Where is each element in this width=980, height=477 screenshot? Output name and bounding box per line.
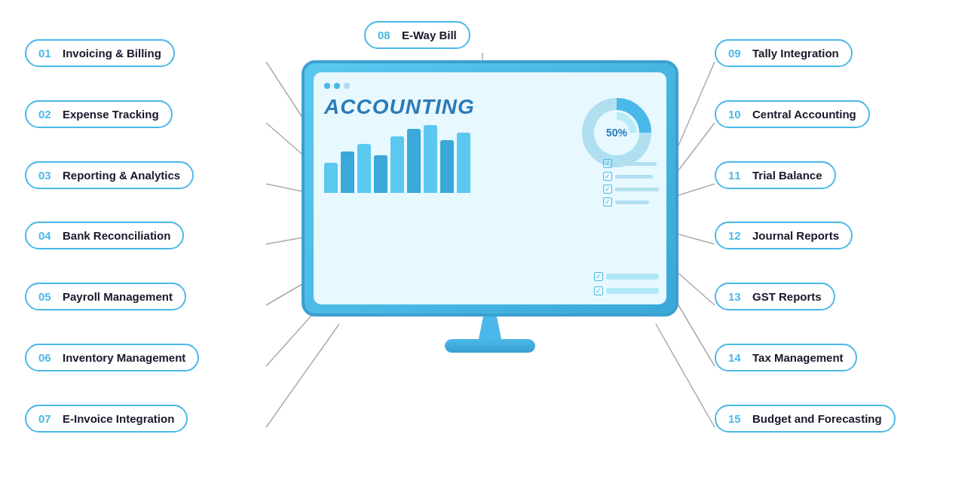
monitor-screen-body: ACCOUNTING 50%	[302, 60, 678, 316]
feature-num-10: 10	[728, 108, 745, 121]
feature-box-12: 12 Journal Reports	[715, 222, 853, 249]
check-line-b1	[606, 274, 659, 280]
bar	[341, 151, 354, 193]
check-item-4: ✓	[603, 197, 659, 206]
check-item-2: ✓	[603, 172, 659, 181]
check-item-1: ✓	[603, 159, 659, 168]
monitor-base	[445, 339, 535, 353]
bar	[324, 163, 338, 193]
check-line-2	[615, 175, 653, 179]
feature-num-04: 04	[38, 229, 55, 242]
dot-2	[334, 83, 340, 89]
monitor-stand	[479, 316, 501, 339]
feature-num-08: 08	[378, 29, 394, 41]
monitor-screen-inner: ACCOUNTING 50%	[314, 72, 666, 304]
feature-label-11: Trial Balance	[752, 169, 822, 182]
bar	[407, 129, 421, 193]
feature-num-07: 07	[38, 412, 55, 425]
feature-label-13: GST Reports	[752, 290, 822, 303]
feature-box-02: 02 Expense Tracking	[25, 100, 173, 128]
check-box-3: ✓	[603, 185, 612, 194]
feature-label-12: Journal Reports	[752, 229, 839, 242]
feature-label-09: Tally Integration	[752, 47, 839, 60]
feature-num-05: 05	[38, 290, 55, 303]
feature-num-02: 02	[38, 108, 55, 121]
feature-box-15: 15 Budget and Forecasting	[715, 405, 896, 433]
check-line-b2	[606, 288, 659, 294]
feature-num-06: 06	[38, 351, 55, 364]
feature-box-14: 14 Tax Management	[715, 344, 857, 372]
feature-num-01: 01	[38, 47, 55, 60]
feature-label-10: Central Accounting	[752, 108, 856, 121]
diagram-container: 01 Invoicing & Billing 02 Expense Tracki…	[0, 0, 980, 477]
feature-box-08: 08 E-Way Bill	[364, 21, 470, 49]
bar	[357, 144, 371, 193]
check-item-b1: ✓	[594, 272, 659, 281]
bar	[457, 133, 470, 193]
feature-num-03: 03	[38, 169, 55, 182]
feature-box-13: 13 GST Reports	[715, 283, 835, 310]
screen-dots	[324, 83, 656, 89]
feature-label-01: Invoicing & Billing	[63, 47, 161, 60]
feature-label-07: E-Invoice Integration	[63, 412, 174, 425]
feature-label-08: E-Way Bill	[402, 29, 457, 41]
feature-box-11: 11 Trial Balance	[715, 161, 836, 189]
check-item-b2: ✓	[594, 286, 659, 295]
bar	[374, 155, 387, 193]
check-box-4: ✓	[603, 197, 612, 206]
feature-box-04: 04 Bank Reconciliation	[25, 222, 184, 249]
feature-num-13: 13	[728, 290, 745, 303]
feature-num-12: 12	[728, 229, 745, 242]
checklist-bottom: ✓ ✓	[594, 272, 659, 295]
dot-3	[344, 83, 350, 89]
feature-box-06: 06 Inventory Management	[25, 344, 199, 372]
feature-num-15: 15	[728, 412, 745, 425]
feature-label-02: Expense Tracking	[63, 108, 159, 121]
check-line-4	[615, 200, 649, 204]
feature-box-05: 05 Payroll Management	[25, 283, 186, 310]
check-box-b1: ✓	[594, 272, 603, 281]
check-box-2: ✓	[603, 172, 612, 181]
feature-box-10: 10 Central Accounting	[715, 100, 870, 128]
bar	[440, 140, 454, 193]
check-line-1	[615, 162, 657, 166]
feature-box-07: 07 E-Invoice Integration	[25, 405, 188, 433]
feature-box-09: 09 Tally Integration	[715, 39, 853, 67]
bar	[390, 136, 404, 193]
feature-label-03: Reporting & Analytics	[63, 169, 180, 182]
checklist-top: ✓ ✓ ✓	[603, 159, 659, 206]
feature-num-14: 14	[728, 351, 745, 364]
feature-label-06: Inventory Management	[63, 351, 185, 364]
bar	[424, 125, 437, 193]
feature-label-05: Payroll Management	[63, 290, 173, 303]
feature-label-04: Bank Reconciliation	[63, 229, 170, 242]
feature-box-01: 01 Invoicing & Billing	[25, 39, 175, 67]
check-box-b2: ✓	[594, 286, 603, 295]
feature-num-09: 09	[728, 47, 745, 60]
check-item-3: ✓	[603, 185, 659, 194]
feature-box-03: 03 Reporting & Analytics	[25, 161, 194, 189]
feature-num-11: 11	[728, 169, 745, 182]
dot-1	[324, 83, 330, 89]
check-line-3	[615, 188, 659, 191]
feature-label-15: Budget and Forecasting	[752, 412, 882, 425]
feature-label-14: Tax Management	[752, 351, 844, 364]
monitor-illustration: ACCOUNTING 50%	[294, 60, 686, 384]
svg-text:50%: 50%	[606, 127, 628, 139]
check-box-1: ✓	[603, 159, 612, 168]
